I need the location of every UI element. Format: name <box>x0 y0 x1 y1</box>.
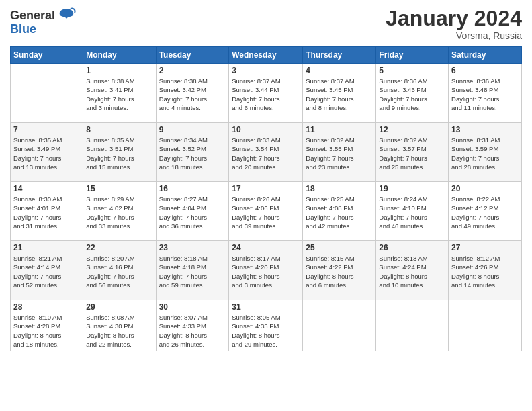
day-info: Sunrise: 8:12 AMSunset: 4:26 PMDaylight:… <box>451 254 519 289</box>
day-number: 23 <box>159 243 226 253</box>
day-number: 1 <box>86 66 152 75</box>
month-title: January 2024 <box>386 7 522 30</box>
day-number: 8 <box>86 125 152 134</box>
calendar-cell <box>376 300 449 351</box>
calendar-header-saturday: Saturday <box>449 47 522 64</box>
day-info: Sunrise: 8:37 AMSunset: 3:45 PMDaylight:… <box>306 77 373 112</box>
day-number: 22 <box>86 243 152 253</box>
calendar-cell: 21Sunrise: 8:21 AMSunset: 4:14 PMDayligh… <box>11 241 83 300</box>
day-info: Sunrise: 8:24 AMSunset: 4:10 PMDaylight:… <box>379 195 445 230</box>
calendar-cell: 3Sunrise: 8:37 AMSunset: 3:44 PMDaylight… <box>229 64 303 123</box>
day-number: 12 <box>379 125 445 134</box>
calendar-header-row: SundayMondayTuesdayWednesdayThursdayFrid… <box>11 47 522 64</box>
day-number: 5 <box>379 66 445 75</box>
day-info: Sunrise: 8:29 AMSunset: 4:02 PMDaylight:… <box>86 195 152 230</box>
day-number: 4 <box>306 66 373 75</box>
day-info: Sunrise: 8:32 AMSunset: 3:55 PMDaylight:… <box>306 136 373 171</box>
calendar-cell: 27Sunrise: 8:12 AMSunset: 4:26 PMDayligh… <box>449 241 522 300</box>
day-info: Sunrise: 8:35 AMSunset: 3:51 PMDaylight:… <box>86 136 152 171</box>
day-info: Sunrise: 8:31 AMSunset: 3:59 PMDaylight:… <box>451 136 519 171</box>
calendar-header-sunday: Sunday <box>11 47 83 64</box>
day-number: 28 <box>13 302 80 312</box>
calendar-cell: 12Sunrise: 8:32 AMSunset: 3:57 PMDayligh… <box>376 123 449 182</box>
calendar-cell: 24Sunrise: 8:17 AMSunset: 4:20 PMDayligh… <box>229 241 303 300</box>
day-number: 11 <box>306 125 373 134</box>
header: General Blue January 2024 Vorsma, Russia <box>10 7 522 41</box>
day-info: Sunrise: 8:22 AMSunset: 4:12 PMDaylight:… <box>451 195 519 230</box>
day-number: 19 <box>379 184 445 193</box>
day-info: Sunrise: 8:10 AMSunset: 4:28 PMDaylight:… <box>13 313 80 349</box>
day-info: Sunrise: 8:18 AMSunset: 4:18 PMDaylight:… <box>159 254 226 289</box>
day-info: Sunrise: 8:38 AMSunset: 3:42 PMDaylight:… <box>159 77 226 112</box>
day-number: 14 <box>13 184 80 193</box>
calendar-cell: 23Sunrise: 8:18 AMSunset: 4:18 PMDayligh… <box>156 241 229 300</box>
day-number: 27 <box>451 243 519 253</box>
logo-general-text: General <box>10 9 55 23</box>
day-info: Sunrise: 8:30 AMSunset: 4:01 PMDaylight:… <box>13 195 80 230</box>
calendar-cell: 20Sunrise: 8:22 AMSunset: 4:12 PMDayligh… <box>449 182 522 241</box>
calendar-cell: 17Sunrise: 8:26 AMSunset: 4:06 PMDayligh… <box>229 182 303 241</box>
calendar-cell: 31Sunrise: 8:05 AMSunset: 4:35 PMDayligh… <box>229 300 303 351</box>
day-number: 9 <box>159 125 226 134</box>
calendar-week-row: 14Sunrise: 8:30 AMSunset: 4:01 PMDayligh… <box>11 182 522 241</box>
logo-blue-text: Blue <box>10 23 36 36</box>
day-number: 16 <box>159 184 226 193</box>
calendar-cell: 4Sunrise: 8:37 AMSunset: 3:45 PMDaylight… <box>303 64 376 123</box>
title-block: January 2024 Vorsma, Russia <box>386 7 522 41</box>
day-info: Sunrise: 8:36 AMSunset: 3:46 PMDaylight:… <box>379 77 445 112</box>
calendar-cell: 11Sunrise: 8:32 AMSunset: 3:55 PMDayligh… <box>303 123 376 182</box>
calendar-cell: 16Sunrise: 8:27 AMSunset: 4:04 PMDayligh… <box>156 182 229 241</box>
calendar-cell: 7Sunrise: 8:35 AMSunset: 3:49 PMDaylight… <box>11 123 83 182</box>
day-info: Sunrise: 8:37 AMSunset: 3:44 PMDaylight:… <box>232 77 300 112</box>
logo: General Blue <box>10 7 76 36</box>
day-info: Sunrise: 8:26 AMSunset: 4:06 PMDaylight:… <box>232 195 300 230</box>
calendar-cell: 9Sunrise: 8:34 AMSunset: 3:52 PMDaylight… <box>156 123 229 182</box>
calendar-cell: 6Sunrise: 8:36 AMSunset: 3:48 PMDaylight… <box>449 64 522 123</box>
calendar-table: SundayMondayTuesdayWednesdayThursdayFrid… <box>10 46 522 351</box>
day-number: 21 <box>13 243 80 253</box>
calendar-cell: 2Sunrise: 8:38 AMSunset: 3:42 PMDaylight… <box>156 64 229 123</box>
day-number: 7 <box>13 125 80 134</box>
day-info: Sunrise: 8:20 AMSunset: 4:16 PMDaylight:… <box>86 254 152 289</box>
calendar-cell: 19Sunrise: 8:24 AMSunset: 4:10 PMDayligh… <box>376 182 449 241</box>
day-info: Sunrise: 8:33 AMSunset: 3:54 PMDaylight:… <box>232 136 300 171</box>
day-number: 24 <box>232 243 300 253</box>
calendar-cell <box>303 300 376 351</box>
logo-bird-icon <box>57 7 76 26</box>
day-info: Sunrise: 8:15 AMSunset: 4:22 PMDaylight:… <box>306 254 373 289</box>
calendar-cell <box>11 64 83 123</box>
day-info: Sunrise: 8:17 AMSunset: 4:20 PMDaylight:… <box>232 254 300 289</box>
calendar-week-row: 1Sunrise: 8:38 AMSunset: 3:41 PMDaylight… <box>11 64 522 123</box>
day-info: Sunrise: 8:13 AMSunset: 4:24 PMDaylight:… <box>379 254 445 289</box>
calendar-cell: 10Sunrise: 8:33 AMSunset: 3:54 PMDayligh… <box>229 123 303 182</box>
day-info: Sunrise: 8:25 AMSunset: 4:08 PMDaylight:… <box>306 195 373 230</box>
day-info: Sunrise: 8:34 AMSunset: 3:52 PMDaylight:… <box>159 136 226 171</box>
calendar-cell: 13Sunrise: 8:31 AMSunset: 3:59 PMDayligh… <box>449 123 522 182</box>
calendar-header-wednesday: Wednesday <box>229 47 303 64</box>
calendar-cell: 18Sunrise: 8:25 AMSunset: 4:08 PMDayligh… <box>303 182 376 241</box>
day-number: 20 <box>451 184 519 193</box>
calendar-cell: 5Sunrise: 8:36 AMSunset: 3:46 PMDaylight… <box>376 64 449 123</box>
day-info: Sunrise: 8:35 AMSunset: 3:49 PMDaylight:… <box>13 136 80 171</box>
day-number: 18 <box>306 184 373 193</box>
location: Vorsma, Russia <box>386 30 522 41</box>
day-info: Sunrise: 8:21 AMSunset: 4:14 PMDaylight:… <box>13 254 80 289</box>
calendar-cell: 8Sunrise: 8:35 AMSunset: 3:51 PMDaylight… <box>83 123 156 182</box>
day-number: 29 <box>86 302 152 312</box>
day-number: 10 <box>232 125 300 134</box>
calendar-cell: 14Sunrise: 8:30 AMSunset: 4:01 PMDayligh… <box>11 182 83 241</box>
day-info: Sunrise: 8:32 AMSunset: 3:57 PMDaylight:… <box>379 136 445 171</box>
day-number: 26 <box>379 243 445 253</box>
day-number: 2 <box>159 66 226 75</box>
calendar-cell: 30Sunrise: 8:07 AMSunset: 4:33 PMDayligh… <box>156 300 229 351</box>
calendar-cell: 25Sunrise: 8:15 AMSunset: 4:22 PMDayligh… <box>303 241 376 300</box>
calendar-week-row: 21Sunrise: 8:21 AMSunset: 4:14 PMDayligh… <box>11 241 522 300</box>
calendar-cell: 22Sunrise: 8:20 AMSunset: 4:16 PMDayligh… <box>83 241 156 300</box>
day-number: 6 <box>451 66 519 75</box>
day-info: Sunrise: 8:07 AMSunset: 4:33 PMDaylight:… <box>159 313 226 349</box>
day-info: Sunrise: 8:36 AMSunset: 3:48 PMDaylight:… <box>451 77 519 112</box>
day-number: 25 <box>306 243 373 253</box>
calendar-header-thursday: Thursday <box>303 47 376 64</box>
calendar-cell: 29Sunrise: 8:08 AMSunset: 4:30 PMDayligh… <box>83 300 156 351</box>
day-info: Sunrise: 8:38 AMSunset: 3:41 PMDaylight:… <box>86 77 152 112</box>
